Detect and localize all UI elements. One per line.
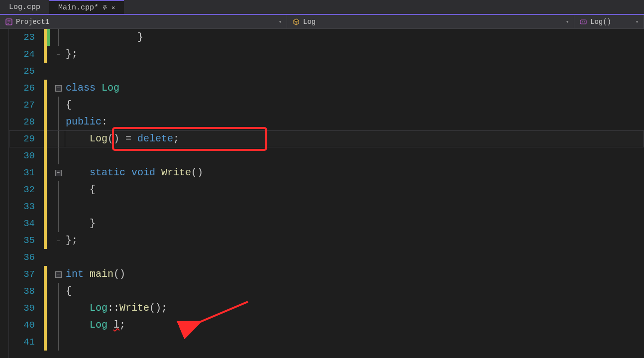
- line-number: 38: [9, 283, 44, 300]
- code-text[interactable]: }: [66, 29, 644, 46]
- code-line[interactable]: 33: [9, 198, 644, 215]
- fold-gutter[interactable]: −: [53, 85, 64, 92]
- nav-bar: Project1 ▾ Log ▾ Log() ▾: [0, 15, 644, 29]
- change-marker: [44, 215, 53, 232]
- change-marker: [44, 317, 53, 334]
- line-number: 28: [9, 114, 44, 130]
- svg-point-3: [584, 21, 585, 22]
- code-text[interactable]: class Log: [66, 80, 644, 97]
- code-text[interactable]: }: [66, 215, 644, 232]
- collapse-icon[interactable]: −: [55, 170, 62, 176]
- nav-member-label: Log(): [590, 18, 611, 26]
- code-text[interactable]: Log l;: [66, 317, 644, 334]
- code-line[interactable]: 39 Log::Write();: [9, 300, 644, 317]
- line-number: 24: [9, 46, 44, 63]
- change-marker: [44, 232, 53, 249]
- code-text[interactable]: {: [66, 283, 644, 300]
- fold-gutter: [53, 215, 64, 232]
- code-line[interactable]: 27{: [9, 97, 644, 114]
- change-marker: [44, 46, 53, 63]
- project-icon: [5, 18, 13, 26]
- change-marker: [44, 97, 53, 114]
- fold-gutter: [53, 317, 64, 334]
- collapse-icon[interactable]: −: [55, 85, 62, 92]
- code-line[interactable]: 36: [9, 249, 644, 266]
- fold-gutter: [53, 50, 64, 59]
- code-line[interactable]: 30: [9, 147, 644, 164]
- code-line[interactable]: 40 Log l;: [9, 317, 644, 334]
- breakpoint-margin[interactable]: [0, 29, 9, 358]
- code-text[interactable]: {: [66, 181, 644, 198]
- code-text[interactable]: };: [66, 46, 644, 63]
- code-text[interactable]: public:: [66, 114, 644, 130]
- code-line[interactable]: 23 }: [9, 29, 644, 46]
- code-text[interactable]: [66, 198, 644, 215]
- pin-icon[interactable]: [103, 5, 107, 10]
- change-marker: [44, 181, 53, 198]
- chevron-down-icon: ▾: [279, 19, 282, 25]
- fold-gutter: [53, 198, 64, 215]
- nav-project-label: Project1: [16, 18, 49, 26]
- code-text[interactable]: static void Write(): [66, 164, 644, 181]
- fold-gutter: [53, 181, 64, 198]
- code-line[interactable]: 34 }: [9, 215, 644, 232]
- code-line[interactable]: 26−class Log: [9, 80, 644, 97]
- method-icon: [579, 18, 587, 26]
- code-line[interactable]: 25: [9, 63, 644, 80]
- change-marker: [44, 198, 53, 215]
- code-editor[interactable]: 23 }24};2526−class Log27{28public:29 Log…: [9, 29, 644, 358]
- svg-rect-1: [580, 20, 586, 24]
- change-marker: [44, 334, 53, 351]
- line-number: 36: [9, 249, 44, 266]
- line-number: 37: [9, 266, 44, 283]
- fold-gutter[interactable]: −: [53, 170, 64, 176]
- close-icon[interactable]: ✕: [111, 4, 115, 11]
- change-marker: [44, 283, 53, 300]
- chevron-down-icon: ▾: [566, 19, 569, 25]
- change-marker: [44, 147, 53, 164]
- fold-gutter: [53, 29, 64, 46]
- fold-gutter: [53, 283, 64, 300]
- change-marker: [44, 249, 53, 266]
- code-line[interactable]: 32 {: [9, 181, 644, 198]
- code-text[interactable]: int main(): [66, 266, 644, 283]
- code-text[interactable]: Log::Write();: [66, 300, 644, 317]
- code-text[interactable]: };: [66, 232, 644, 249]
- fold-gutter[interactable]: −: [53, 271, 64, 278]
- line-number: 30: [9, 147, 44, 164]
- nav-member-dropdown[interactable]: Log() ▾: [574, 15, 644, 28]
- code-line[interactable]: 28public:: [9, 114, 644, 130]
- chevron-down-icon: ▾: [636, 19, 639, 25]
- fold-gutter: [53, 97, 64, 114]
- line-number: 23: [9, 29, 44, 46]
- code-line[interactable]: 37−int main(): [9, 266, 644, 283]
- fold-gutter: [53, 130, 64, 147]
- nav-class-dropdown[interactable]: Log ▾: [287, 15, 574, 28]
- line-number: 35: [9, 232, 44, 249]
- fold-gutter: [53, 300, 64, 317]
- code-text[interactable]: Log() = delete;: [66, 130, 644, 147]
- change-marker: [44, 114, 53, 130]
- line-number: 31: [9, 164, 44, 181]
- code-line[interactable]: 31− static void Write(): [9, 164, 644, 181]
- code-text[interactable]: {: [66, 97, 644, 114]
- tab-log-cpp[interactable]: Log.cpp: [0, 0, 49, 14]
- change-marker: [44, 63, 53, 80]
- line-number: 32: [9, 181, 44, 198]
- collapse-icon[interactable]: −: [55, 271, 62, 278]
- code-line[interactable]: 35};: [9, 232, 644, 249]
- change-marker: [44, 29, 53, 46]
- code-line[interactable]: 41: [9, 334, 644, 351]
- code-line[interactable]: 38{: [9, 283, 644, 300]
- code-line[interactable]: 29 Log() = delete;: [9, 130, 644, 147]
- class-icon: [292, 18, 300, 26]
- line-number: 26: [9, 80, 44, 97]
- editor-area: 23 }24};2526−class Log27{28public:29 Log…: [0, 29, 644, 358]
- tab-label: Log.cpp: [9, 3, 40, 11]
- tab-main-cpp[interactable]: Main.cpp* ✕: [49, 0, 124, 14]
- fold-gutter: [53, 114, 64, 130]
- code-line[interactable]: 24};: [9, 46, 644, 63]
- change-marker: [44, 80, 53, 97]
- nav-project-dropdown[interactable]: Project1 ▾: [0, 15, 287, 28]
- fold-gutter: [53, 147, 64, 164]
